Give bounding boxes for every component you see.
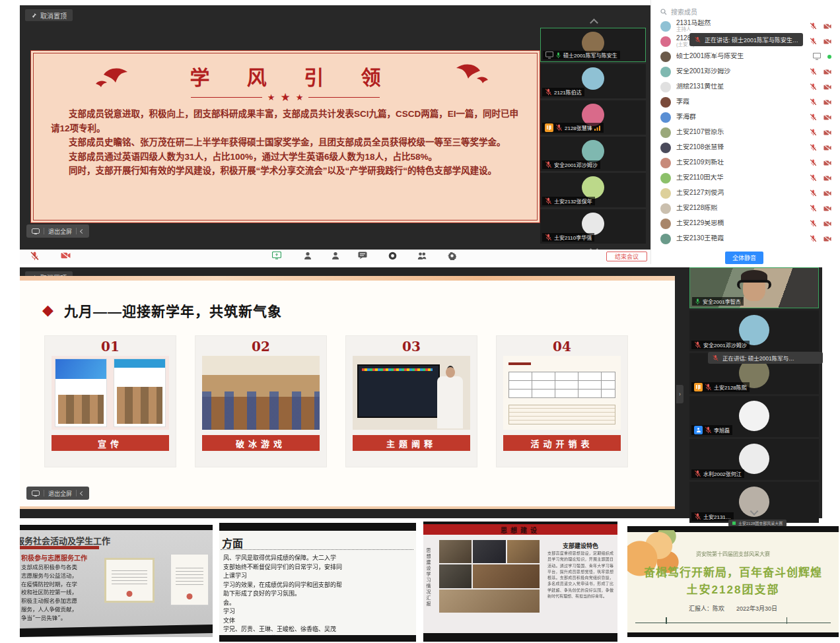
participant-status-icons xyxy=(810,22,831,30)
shared-slide-study-style: 学 风 引 领 ★ ★ ★ 支部成员锐意进取，积极向上，团支部科研成果丰富，支部… xyxy=(30,50,540,223)
camera-muted-icon[interactable] xyxy=(61,252,71,259)
participant-name: 李旭磊 xyxy=(714,426,730,434)
thumb2-body: 风、学风是取得优异成绩的保障。大二入学支部始终不断督促同学们的日常学习，安排同上… xyxy=(223,554,413,642)
participant-avatar xyxy=(739,401,769,431)
video-tile-label: 2121陈伯达 xyxy=(542,88,584,96)
participant-name: 2128张慧锋 xyxy=(565,124,592,131)
mute-all-label: 全体静音 xyxy=(732,255,756,261)
card-label: 主题阐释 xyxy=(353,435,470,451)
invite-icon[interactable] xyxy=(332,252,339,260)
participant-status-icons xyxy=(810,205,831,212)
participant-avatar xyxy=(660,51,671,62)
thumb1-body: 支部成员积极参与各类志愿服务与公益活动，在疫情防控时期，在学校和社区防控第一线，… xyxy=(21,563,102,622)
end-meeting-button[interactable]: 结束会议 xyxy=(606,252,647,261)
thumb1-heading: 服务社会活动及学生工作 xyxy=(20,534,110,547)
certificate-image xyxy=(170,554,209,605)
participant-panel: 搜索成员 2131马超然主持人 2128陈慧慧(土安…) 硕士2001陈军与陈安… xyxy=(650,0,840,264)
camera-muted-icon xyxy=(823,205,831,212)
mic-muted-icon[interactable] xyxy=(30,252,39,261)
exit-fullscreen-label: 退出全屏 xyxy=(48,227,72,236)
participant-name: 土安2128陈熙 xyxy=(714,384,747,391)
participant-name: 测绘2131黄仕星 xyxy=(676,83,804,90)
video-tile[interactable]: 硕士2001陈军与陈安生 xyxy=(540,28,646,62)
participant-row[interactable]: 李海群 xyxy=(651,110,840,125)
photo-grid xyxy=(439,540,540,613)
card-photo xyxy=(353,356,470,430)
video-tile[interactable]: 土安2110李华强 xyxy=(540,209,646,244)
dotted-divider xyxy=(221,549,413,550)
video-tile-label: 安全2001邓沙姆沙 xyxy=(542,160,600,169)
video-tile[interactable]: 土安2131… xyxy=(689,482,819,523)
video-tile[interactable]: 安全2001邓沙姆沙 xyxy=(540,137,646,171)
camera-muted-icon xyxy=(823,190,831,197)
card-number: 01 xyxy=(52,339,169,355)
red-header-bar: 思想建设 xyxy=(423,524,617,535)
video-tile[interactable]: 2121陈伯达 xyxy=(540,64,646,98)
participant-row[interactable]: 土安2129吴思楠 xyxy=(651,216,840,231)
apps-icon[interactable] xyxy=(417,252,427,260)
exit-fullscreen-control[interactable]: 退出全屏 xyxy=(26,487,89,500)
video-tile[interactable]: 李旭磊 xyxy=(689,396,819,437)
participant-row[interactable]: 土安2109刘新壮 xyxy=(651,155,840,170)
share-screen-icon[interactable] xyxy=(272,252,281,259)
participant-row[interactable]: 测绘2131黄仕星 xyxy=(651,79,840,94)
star-icon: ★ xyxy=(267,93,275,102)
mic-muted-icon xyxy=(810,220,817,227)
video-tile-label: 硕士2001陈军与陈安生 xyxy=(543,51,620,59)
camera-muted-icon xyxy=(823,129,831,136)
unpin-button[interactable]: 取消置顶 xyxy=(25,9,73,21)
meeting-window-top: 取消置顶 学 风 引 领 ★ ★ ★ 支部成员锐意进取，积极向上，团支部科研成果… xyxy=(20,5,650,250)
video-tile[interactable]: 安全2001李智杰 xyxy=(689,267,819,308)
participant-row[interactable]: 土安2108张慧锋 xyxy=(651,140,840,155)
participant-row[interactable]: 2131马超然主持人 xyxy=(651,18,840,34)
participant-name: 安全2001李智杰 xyxy=(703,298,741,305)
thumbnail-study-text-slide: 方面 风、学风是取得优异成绩的保障。大二入学支部始终不断督促同学们的日常学习，安… xyxy=(219,523,416,642)
participant-row[interactable]: 土安2130王艳霞 xyxy=(651,231,840,246)
activity-card: 02 破冰游戏 xyxy=(195,336,326,467)
settings-gear-icon[interactable] xyxy=(448,252,456,260)
slide-paragraph: 支部成员史瞻铭、张万茂在研二上半学年获得硕士国家奖学金，且团支部成员全员获得校级… xyxy=(51,135,520,150)
record-icon[interactable] xyxy=(388,252,397,260)
participant-name: 安全2001邓沙姆沙 xyxy=(703,341,747,349)
slide-paragraph: 支部成员通过英语四级人数为31人，占比100%，通过大学生英语6级人数为18人，… xyxy=(51,150,520,164)
chat-icon[interactable] xyxy=(358,252,367,259)
video-tile[interactable]: 水利2002张何江 xyxy=(689,439,819,480)
participant-row[interactable]: 李霞 xyxy=(651,94,840,110)
camera-muted-icon xyxy=(823,69,831,75)
mute-all-button[interactable]: 全体静音 xyxy=(725,252,763,264)
exit-fullscreen-label: 退出全屏 xyxy=(48,489,72,498)
participant-row[interactable]: 土安2128陈熙 xyxy=(651,201,840,216)
scroll-up-icon[interactable] xyxy=(590,18,598,27)
end-meeting-label: 结束会议 xyxy=(615,252,639,261)
thumb1-subheading: 积极参与志愿服务工作 xyxy=(21,553,87,562)
thumb3-right-heading: 支部建设特色 xyxy=(550,541,611,550)
participant-row[interactable]: 土安2110田大华 xyxy=(651,170,840,186)
speaking-tooltip: 正在讲话: 硕士2001陈军与陈安生… xyxy=(689,33,803,46)
mic-muted-icon xyxy=(810,235,817,242)
handwritten-line: 会。 xyxy=(223,599,413,608)
video-thumbnail-strip: 硕士2001陈军与陈安生 2121陈伯达 2128张慧锋 安全2001邓沙姆沙 … xyxy=(540,20,647,251)
video-tile[interactable]: 2128张慧锋 xyxy=(540,100,646,135)
meeting-window-middle: 取消置顶 ◆ 九月——迎接新学年，共筑新气象 01 宣传02 破冰游戏03 主题… xyxy=(20,267,822,518)
handwritten-line: 学习 xyxy=(223,607,413,617)
chevron-right-icon: › xyxy=(679,391,681,397)
card-photo xyxy=(503,356,621,430)
signal-icon xyxy=(594,125,601,131)
participant-name: 土安2107管原乐 xyxy=(676,129,804,136)
participant-row[interactable]: 硕士2001陈军与陈安生 xyxy=(651,49,840,64)
video-tile[interactable]: 安全2001邓沙姆沙 xyxy=(689,310,819,351)
participant-row[interactable]: 安全2001邓沙姆沙 xyxy=(651,64,840,79)
sharing-active-icon xyxy=(732,522,736,525)
camera-muted-icon xyxy=(823,38,831,45)
search-members[interactable]: 搜索成员 xyxy=(660,7,697,17)
participant-row[interactable]: 土安2127刘俊鸿 xyxy=(651,186,840,201)
thumb4-contest-line: 资安院第十四届团支部风采大赛 xyxy=(627,550,839,557)
participant-avatar xyxy=(660,158,671,168)
panel-expand-handle[interactable]: › xyxy=(676,385,683,403)
exit-fullscreen-control[interactable]: 退出全屏 xyxy=(26,224,89,238)
participant-avatar xyxy=(660,203,671,214)
participant-row[interactable]: 土安2107管原乐 xyxy=(651,125,840,140)
participants-icon[interactable] xyxy=(304,252,312,260)
video-tile[interactable]: 土安2132张保年 xyxy=(540,173,646,207)
participant-avatar xyxy=(582,67,604,90)
